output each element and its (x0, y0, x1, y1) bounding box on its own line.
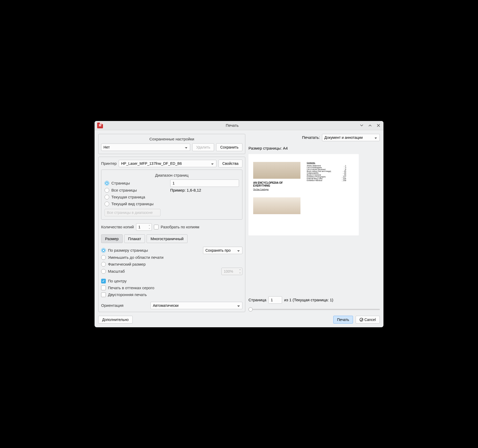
print-dialog: Печать Сохраненные настройки Нет Удалить… (95, 121, 383, 327)
saved-settings-group: Сохраненные настройки Нет Удалить Сохран… (98, 134, 245, 154)
copies-label: Количество копий (101, 225, 134, 229)
pages-radio[interactable]: Страницы (105, 180, 168, 187)
window-title: Печать (105, 123, 359, 128)
close-button[interactable] (376, 123, 381, 128)
titlebar: Печать (95, 121, 383, 130)
page-slider[interactable] (248, 307, 380, 312)
delete-preset-button[interactable]: Удалить (192, 143, 214, 151)
center-check[interactable]: По центру (101, 278, 242, 284)
orientation-label: Ориентация (101, 303, 148, 308)
printer-select[interactable]: HP_Laser_MFP_137fnw_DF_ED_B6 (119, 160, 216, 167)
current-page-radio[interactable]: Текущая страница (105, 194, 239, 201)
preview-page: AN ENCYCLOPEDIA OFEVERYTHING On-line Cat… (248, 154, 359, 235)
cancel-icon (360, 318, 363, 321)
subset-select: Все страницы в диапазоне (105, 209, 160, 216)
grayscale-check[interactable]: Печать в оттенках серого (101, 284, 242, 291)
printer-properties-button[interactable]: Свойства (219, 160, 242, 167)
print-what-label: Печатать: (302, 135, 320, 140)
preview-image-2 (253, 197, 300, 214)
print-what-select[interactable]: Документ и аннотации (322, 134, 380, 141)
preview-image-1 (253, 162, 300, 179)
maximize-button[interactable] (368, 123, 372, 128)
current-view-radio[interactable]: Текущий вид страницы (105, 201, 239, 207)
preset-select[interactable]: Нет (101, 144, 190, 151)
cancel-button[interactable]: Cancel (356, 316, 380, 324)
saved-settings-title: Сохраненные настройки (101, 137, 242, 141)
page-of-label: из 1 (Текущая страница: 1) (284, 298, 333, 302)
printer-label: Принтер (101, 161, 117, 166)
duplex-check[interactable]: Двусторонняя печать (101, 291, 242, 298)
paper-size-label: Размер страницы: A4 (248, 146, 380, 150)
preview-doc-title: AN ENCYCLOPEDIA OFEVERYTHING (253, 181, 283, 187)
printer-group: Принтер HP_Laser_MFP_137fnw_DF_ED_B6 Сво… (98, 157, 245, 312)
orientation-select[interactable]: Автоматически (150, 302, 242, 309)
page-range-group: Диапазон страниц Страницы Все страницы П… (101, 170, 242, 220)
advanced-button[interactable]: Дополнительно (98, 316, 133, 324)
print-button[interactable]: Печать (333, 316, 353, 324)
tab-size[interactable]: Размер (101, 234, 123, 243)
copies-spin[interactable]: 1 (136, 223, 152, 231)
tab-poster[interactable]: Плакат (124, 234, 145, 243)
pages-input[interactable] (170, 180, 239, 187)
scale-spin: 100% (221, 268, 242, 275)
shrink-radio[interactable]: Уменьшить до области печати (101, 254, 242, 261)
range-example: Пример: 1,6-8,12 (170, 188, 201, 192)
page-range-title: Диапазон страниц (105, 173, 239, 177)
tab-multipage[interactable]: Многостраничный (147, 234, 188, 243)
minimize-button[interactable] (359, 123, 364, 128)
page-input[interactable] (268, 296, 282, 304)
keep-proportions-select[interactable]: Сохранять про (203, 247, 242, 254)
preview-contents: Contents: Artists Statement...1List of P… (307, 162, 346, 181)
save-preset-button[interactable]: Сохранить (216, 143, 242, 151)
page-label: Страница (248, 298, 266, 302)
custom-scale-radio[interactable]: Масштаб (101, 268, 125, 275)
collate-check[interactable]: Разобрать по копиям (154, 224, 199, 230)
all-pages-radio[interactable]: Все страницы (105, 187, 168, 194)
app-icon (97, 123, 103, 128)
actual-size-radio[interactable]: Фактический размер (101, 261, 242, 268)
preview-doc-subtitle: On-line Catalogue (253, 188, 269, 191)
fit-page-radio[interactable]: По размеру страницы (101, 247, 201, 254)
